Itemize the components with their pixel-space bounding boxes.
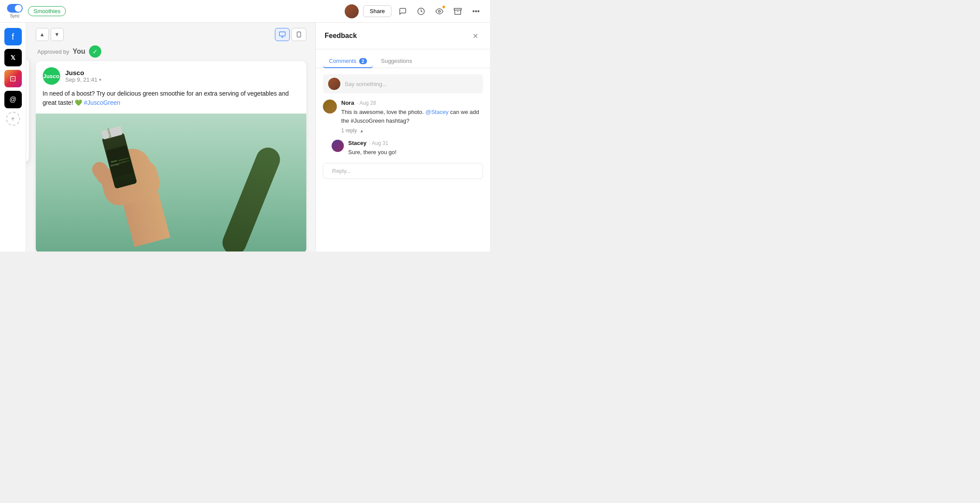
nav-down-button[interactable]: ▼ bbox=[51, 28, 64, 41]
tab-suggestions[interactable]: Suggestions bbox=[375, 55, 418, 68]
reply-chevron-icon: ▲ bbox=[360, 128, 364, 133]
chat-icon-button[interactable] bbox=[396, 4, 410, 18]
liquid-pour bbox=[219, 144, 284, 252]
nav-up-button[interactable]: ▲ bbox=[36, 28, 49, 41]
label-action-button[interactable] bbox=[26, 127, 29, 143]
schedule-action-button[interactable]: Schedule this post bbox=[26, 94, 29, 110]
close-feedback-button[interactable]: ✕ bbox=[469, 30, 481, 42]
mobile-view-button[interactable] bbox=[291, 28, 306, 41]
add-platform-button[interactable]: + bbox=[6, 112, 20, 126]
eye-icon bbox=[435, 7, 443, 15]
approved-by-name: You bbox=[73, 48, 86, 55]
instagram-icon: ⊡ bbox=[10, 74, 16, 83]
mobile-icon bbox=[296, 31, 302, 38]
post-toolbar: ▲ ▼ bbox=[36, 28, 306, 41]
post-author-avatar: Jusco bbox=[43, 67, 60, 85]
sync-label: Sync bbox=[10, 14, 20, 18]
plus-icon: + bbox=[11, 115, 15, 123]
stacey-date: · Aug 31 bbox=[369, 140, 388, 146]
stacey-comment-content: Stacey · Aug 31 Sure, there you go! bbox=[348, 140, 483, 157]
feedback-header: Feedback ✕ bbox=[316, 23, 490, 49]
topbar: Sync Smoothies Share ••• bbox=[0, 0, 490, 23]
nora-comment-header: Nora · Aug 28 bbox=[341, 100, 483, 106]
toggle-thumb bbox=[15, 5, 22, 12]
send-action-button[interactable] bbox=[26, 78, 29, 93]
more-options-button[interactable]: ••• bbox=[469, 4, 483, 18]
desktop-icon bbox=[279, 31, 286, 38]
post-hashtag[interactable]: #JuscoGreen bbox=[84, 99, 120, 106]
flag-action-button[interactable] bbox=[26, 111, 29, 127]
bottle-scene: detoxtherapySPINACH & APPLE500 ml Jusco bbox=[36, 114, 306, 252]
new-comment-input-row[interactable]: Say something... bbox=[323, 74, 483, 93]
sidebar-item-facebook[interactable]: f bbox=[4, 28, 22, 45]
feedback-title: Feedback bbox=[325, 32, 357, 40]
reply-row[interactable]: 1 reply ▲ bbox=[341, 127, 483, 134]
sidebar-item-threads[interactable]: @ bbox=[4, 91, 22, 108]
share-button[interactable]: Share bbox=[363, 5, 391, 17]
avatar-image bbox=[345, 4, 359, 18]
reply-input[interactable]: Reply... bbox=[323, 163, 483, 179]
tab-comments[interactable]: Comments 2 bbox=[323, 55, 373, 68]
post-author-name: Jusco bbox=[65, 69, 102, 76]
reply-count: 1 reply bbox=[341, 127, 357, 134]
post-header: Jusco Jusco Sep 9, 21:41 ▾ bbox=[36, 61, 306, 89]
facebook-icon: f bbox=[12, 32, 14, 42]
reply-placeholder: Reply... bbox=[332, 168, 351, 174]
comment-nora: Nora · Aug 28 This is awesome, love the … bbox=[323, 100, 483, 134]
stacey-comment-header: Stacey · Aug 31 bbox=[348, 140, 483, 146]
nora-comment-content: Nora · Aug 28 This is awesome, love the … bbox=[341, 100, 483, 134]
post-container: Approved by You ✓ ✕ Schedule this post bbox=[36, 45, 306, 252]
comments-tab-label: Comments bbox=[329, 58, 356, 64]
stacey-name: Stacey bbox=[348, 140, 367, 146]
view-buttons bbox=[275, 28, 306, 41]
post-meta: Jusco Sep 9, 21:41 ▾ bbox=[65, 69, 102, 83]
archive-icon bbox=[454, 7, 462, 15]
hand-arm-group: detoxtherapySPINACH & APPLE500 ml Jusco bbox=[75, 114, 195, 252]
edit-action-button[interactable] bbox=[26, 144, 29, 160]
nora-comment-text: This is awesome, love the photo. @Stacey… bbox=[341, 108, 483, 125]
history-icon-button[interactable] bbox=[414, 4, 428, 18]
nora-avatar bbox=[323, 100, 337, 114]
desktop-view-button[interactable] bbox=[275, 28, 290, 41]
platform-sidebar: f 𝕏 ⊡ @ + bbox=[0, 23, 26, 252]
bottle-label: detoxtherapySPINACH & APPLE500 ml bbox=[106, 145, 134, 178]
history-icon bbox=[417, 7, 425, 15]
main-content: f 𝕏 ⊡ @ + ▲ ▼ bbox=[0, 23, 490, 252]
feedback-tabs: Comments 2 Suggestions bbox=[316, 49, 490, 68]
current-user-avatar bbox=[328, 78, 340, 90]
chat-icon bbox=[399, 7, 407, 15]
topbar-right: Share ••• bbox=[345, 4, 483, 18]
svg-point-1 bbox=[439, 10, 441, 12]
suggestions-tab-label: Suggestions bbox=[381, 58, 412, 64]
comment-placeholder[interactable]: Say something... bbox=[345, 81, 478, 87]
sidebar-item-instagram[interactable]: ⊡ bbox=[4, 70, 22, 87]
navigation-buttons: ▲ ▼ bbox=[36, 28, 64, 41]
toggle-track[interactable] bbox=[7, 4, 23, 13]
post-area: ▲ ▼ Approved by You ✓ ✕ bbox=[26, 23, 315, 252]
archive-icon-button[interactable] bbox=[451, 4, 465, 18]
float-action-bar: ✕ Schedule this post bbox=[26, 59, 29, 162]
stacey-mention[interactable]: @Stacey bbox=[425, 109, 449, 115]
svg-rect-4 bbox=[279, 32, 285, 36]
approved-label: Approved by bbox=[38, 48, 69, 55]
post-text: In need of a boost? Try our delicious gr… bbox=[43, 90, 289, 106]
threads-icon: @ bbox=[9, 96, 16, 103]
post-body: In need of a boost? Try our delicious gr… bbox=[36, 89, 306, 114]
stacey-comment-text: Sure, there you go! bbox=[348, 148, 483, 157]
post-image: detoxtherapySPINACH & APPLE500 ml Jusco bbox=[36, 114, 306, 252]
chevron-down-icon[interactable]: ▾ bbox=[99, 77, 101, 82]
svg-rect-2 bbox=[454, 8, 462, 10]
nora-date: · Aug 28 bbox=[357, 100, 376, 106]
project-badge[interactable]: Smoothies bbox=[28, 6, 66, 16]
comments-badge: 2 bbox=[359, 58, 367, 64]
sync-toggle[interactable]: Sync bbox=[7, 4, 23, 18]
preview-icon-button[interactable] bbox=[432, 4, 446, 18]
x-icon: 𝕏 bbox=[10, 54, 15, 61]
close-action-button[interactable]: ✕ bbox=[26, 61, 29, 77]
feedback-body: Say something... Nora · Aug 28 This is a… bbox=[316, 68, 490, 252]
stacey-avatar bbox=[332, 140, 344, 152]
feedback-panel: Feedback ✕ Comments 2 Suggestions Say so… bbox=[315, 23, 490, 252]
user-avatar[interactable] bbox=[345, 4, 359, 18]
svg-rect-7 bbox=[297, 32, 300, 37]
sidebar-item-x[interactable]: 𝕏 bbox=[4, 49, 22, 66]
